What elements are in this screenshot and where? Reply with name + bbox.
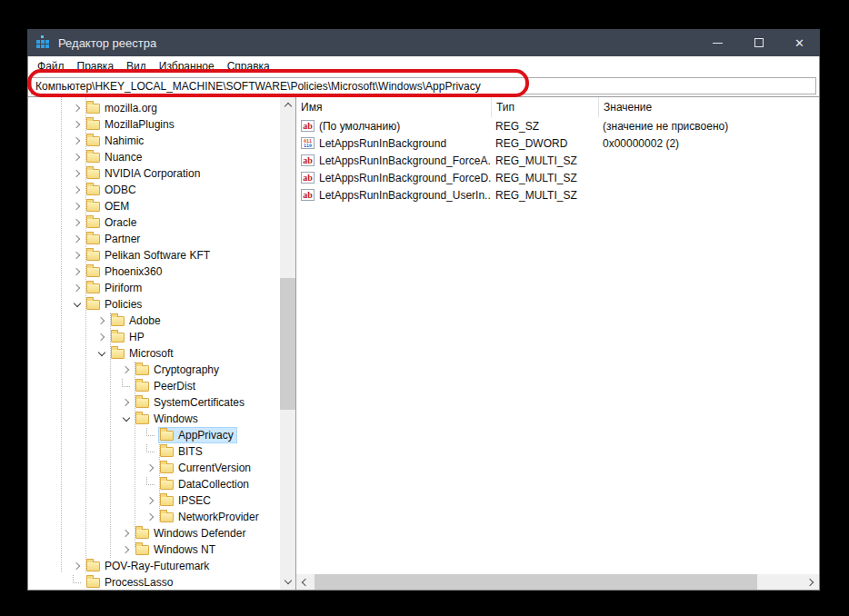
- value-row[interactable]: abLetAppsRunInBackground_ForceD...REG_MU…: [296, 169, 819, 186]
- close-button[interactable]: ✕: [779, 29, 820, 56]
- chevron-right-icon[interactable]: [143, 509, 158, 525]
- chevron-right-icon[interactable]: [118, 394, 134, 411]
- chevron-down-icon[interactable]: [69, 296, 85, 313]
- tree-item-nahimic[interactable]: Nahimic: [28, 133, 281, 149]
- key[interactable]: DataCollection: [158, 476, 253, 492]
- tree-item-nuance[interactable]: Nuance: [28, 149, 281, 165]
- scrollbar-thumb[interactable]: [280, 278, 295, 410]
- chevron-right-icon[interactable]: [143, 460, 158, 476]
- chevron-right-icon[interactable]: [69, 100, 85, 116]
- key[interactable]: mozilla.org: [85, 100, 161, 116]
- tree-item-hp[interactable]: HP: [28, 329, 281, 345]
- key[interactable]: HP: [109, 329, 148, 345]
- tree-item-microsoft[interactable]: Microsoft: [28, 345, 281, 362]
- key[interactable]: Adobe: [109, 313, 165, 329]
- tree-item-windows-defender[interactable]: Windows Defender: [28, 525, 281, 541]
- chevron-right-icon[interactable]: [94, 313, 109, 329]
- key[interactable]: BITS: [158, 443, 206, 460]
- column-header-value[interactable]: Значение: [598, 97, 819, 117]
- key[interactable]: Microsoft: [109, 345, 177, 362]
- key[interactable]: Windows Defender: [134, 525, 249, 541]
- chevron-right-icon[interactable]: [118, 525, 134, 541]
- key[interactable]: IPSEC: [158, 492, 215, 509]
- key[interactable]: Piriform: [85, 280, 145, 296]
- tree-item-ipsec[interactable]: IPSEC: [28, 492, 281, 509]
- tree-item-bits[interactable]: BITS: [28, 443, 281, 460]
- menu-item-правка[interactable]: Правка: [71, 58, 121, 75]
- key[interactable]: ODBC: [85, 182, 140, 198]
- key[interactable]: Windows NT: [134, 541, 219, 558]
- key[interactable]: NetworkProvider: [158, 509, 263, 525]
- scroll-up-icon[interactable]: [280, 97, 295, 113]
- chevron-down-icon[interactable]: [94, 345, 109, 362]
- chevron-right-icon[interactable]: [69, 214, 85, 231]
- chevron-right-icon[interactable]: [69, 558, 85, 574]
- key[interactable]: CurrentVersion: [158, 460, 255, 476]
- tree-item-oracle[interactable]: Oracle: [28, 214, 281, 231]
- tree-item-pelikan-software-kft[interactable]: Pelikan Software KFT: [28, 247, 281, 263]
- column-header-type[interactable]: Тип: [491, 97, 598, 117]
- chevron-right-icon[interactable]: [69, 198, 85, 214]
- tree-item-processlasso[interactable]: ProcessLasso: [28, 574, 281, 590]
- key[interactable]: MozillaPlugins: [85, 116, 178, 133]
- tree-item-phoenix360[interactable]: Phoenix360: [28, 263, 281, 280]
- scroll-left-icon[interactable]: [296, 574, 312, 590]
- tree-item-currentversion[interactable]: CurrentVersion: [28, 460, 281, 476]
- chevron-right-icon[interactable]: [143, 492, 158, 509]
- tree-item-mozillaplugins[interactable]: MozillaPlugins: [28, 116, 281, 133]
- selected-key[interactable]: AppPrivacy: [158, 427, 237, 443]
- tree-item-cryptography[interactable]: Cryptography: [28, 362, 281, 378]
- menu-item-вид[interactable]: Вид: [120, 58, 153, 75]
- chevron-right-icon[interactable]: [118, 362, 134, 378]
- chevron-right-icon[interactable]: [69, 182, 85, 198]
- tree-item-networkprovider[interactable]: NetworkProvider: [28, 509, 281, 525]
- tree-item-mozilla-org[interactable]: mozilla.org: [28, 100, 281, 116]
- tree-item-oem[interactable]: OEM: [28, 198, 281, 214]
- chevron-down-icon[interactable]: [118, 411, 134, 427]
- menu-item-файл[interactable]: Файл: [31, 58, 71, 75]
- tree-item-adobe[interactable]: Adobe: [28, 313, 281, 329]
- minimize-button[interactable]: [697, 29, 738, 56]
- key[interactable]: Pelikan Software KFT: [85, 247, 214, 263]
- chevron-right-icon[interactable]: [69, 149, 85, 165]
- menu-item-справка[interactable]: Справка: [221, 58, 276, 75]
- key[interactable]: ProcessLasso: [85, 574, 176, 590]
- chevron-right-icon[interactable]: [118, 541, 134, 558]
- tree-item-pov-ray-futuremark[interactable]: POV-Ray-Futuremark: [28, 558, 281, 574]
- tree-vertical-scrollbar[interactable]: [280, 97, 295, 590]
- menu-item-избранное[interactable]: Избранное: [153, 58, 221, 75]
- chevron-right-icon[interactable]: [94, 329, 109, 345]
- tree-item-peerdist[interactable]: PeerDist: [28, 378, 281, 394]
- tree-item-datacollection[interactable]: DataCollection: [28, 476, 281, 492]
- chevron-right-icon[interactable]: [69, 280, 85, 296]
- chevron-right-icon[interactable]: [69, 247, 85, 263]
- key[interactable]: Partner: [85, 231, 144, 247]
- tree-item-policies[interactable]: Policies: [28, 296, 281, 313]
- value-row[interactable]: abLetAppsRunInBackground_UserIn...REG_MU…: [296, 186, 819, 204]
- value-row[interactable]: 011110LetAppsRunInBackgroundREG_DWORD0x0…: [296, 134, 819, 152]
- maximize-button[interactable]: [738, 29, 779, 56]
- key[interactable]: Windows: [134, 411, 202, 427]
- key[interactable]: OEM: [85, 198, 133, 214]
- scroll-right-icon[interactable]: [804, 574, 819, 590]
- key[interactable]: NVIDIA Corporation: [85, 165, 204, 182]
- address-bar[interactable]: Компьютер\HKEY_LOCAL_MACHINE\SOFTWARE\Po…: [31, 77, 816, 94]
- key[interactable]: Phoenix360: [85, 263, 165, 280]
- key[interactable]: Cryptography: [134, 362, 223, 378]
- tree-item-windows[interactable]: Windows: [28, 411, 281, 427]
- value-row[interactable]: abLetAppsRunInBackground_ForceA...REG_MU…: [296, 152, 819, 169]
- chevron-right-icon[interactable]: [69, 116, 85, 133]
- chevron-right-icon[interactable]: [69, 133, 85, 149]
- tree-item-piriform[interactable]: Piriform: [28, 280, 281, 296]
- tree-item-odbc[interactable]: ODBC: [28, 182, 281, 198]
- key[interactable]: PeerDist: [134, 378, 199, 394]
- chevron-right-icon[interactable]: [69, 165, 85, 182]
- key[interactable]: Policies: [85, 296, 145, 313]
- chevron-right-icon[interactable]: [69, 263, 85, 280]
- tree-item-windows-nt[interactable]: Windows NT: [28, 541, 281, 558]
- scroll-down-icon[interactable]: [280, 574, 295, 590]
- tree-item-nvidia-corporation[interactable]: NVIDIA Corporation: [28, 165, 281, 182]
- key[interactable]: Nuance: [85, 149, 145, 165]
- key[interactable]: POV-Ray-Futuremark: [85, 558, 213, 574]
- chevron-right-icon[interactable]: [69, 231, 85, 247]
